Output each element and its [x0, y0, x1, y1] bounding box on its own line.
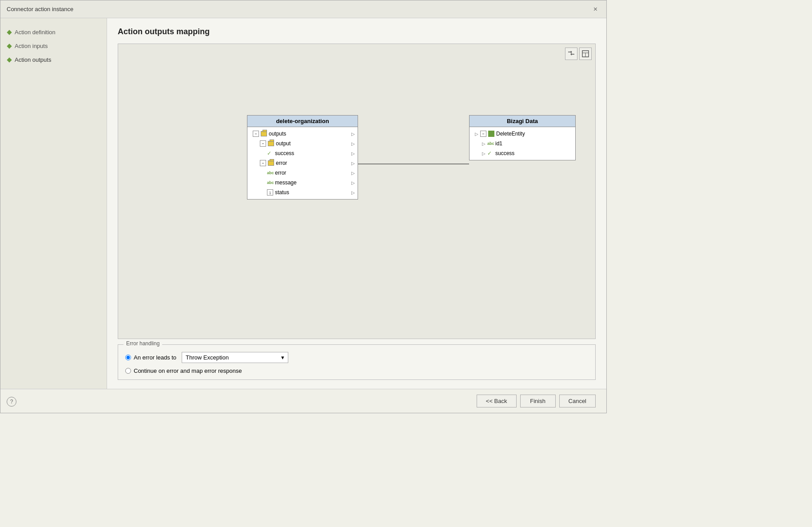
finish-button[interactable]: Finish: [520, 395, 556, 407]
check-icon: ✓: [487, 150, 494, 156]
row-label: output: [276, 140, 291, 147]
suitcase-icon: [268, 141, 274, 146]
abc-icon: abc: [487, 141, 494, 146]
table-row: 1 status ▷: [247, 188, 358, 197]
left-table-body: − outputs ▷ − output ▷: [247, 127, 358, 199]
right-table: Bizagi Data ▷ − DeleteEntity ▷: [469, 115, 576, 160]
error-option-1[interactable]: An error leads to: [125, 354, 176, 361]
suitcase-icon: [261, 131, 267, 136]
sidebar-diamond-icon: [7, 57, 12, 62]
sidebar: Action definition Action inputs Action o…: [0, 18, 107, 389]
row-label: id1: [495, 140, 502, 147]
table-row: ▷ − DeleteEntity: [470, 129, 575, 139]
page-title: Action outputs mapping: [118, 27, 596, 36]
sidebar-item-action-outputs[interactable]: Action outputs: [5, 55, 102, 65]
row-label: outputs: [269, 131, 286, 137]
arrow-icon: ▷: [351, 190, 355, 195]
table-row: − output ▷: [247, 139, 358, 148]
sidebar-item-label: Action outputs: [15, 56, 51, 63]
table-row: − error ▷: [247, 158, 358, 168]
expand-icon[interactable]: −: [260, 160, 266, 166]
expand-icon[interactable]: −: [253, 131, 259, 137]
main-area: Action definition Action inputs Action o…: [0, 18, 606, 389]
error-row-2: Continue on error and map error response: [125, 367, 588, 374]
error-handling-legend: Error handling: [123, 340, 162, 347]
cancel-button[interactable]: Cancel: [559, 395, 596, 407]
sidebar-item-label: Action inputs: [15, 43, 48, 49]
arrow-icon: ▷: [351, 151, 355, 156]
footer: << Back Finish Cancel: [0, 389, 606, 413]
row-label: status: [275, 189, 289, 196]
table-row: − outputs ▷: [247, 129, 358, 139]
table-row: abc error ▷: [247, 168, 358, 178]
error-handling-body: An error leads to Throw Exception ▾ Cont…: [125, 350, 588, 374]
table-row: abc message ▷: [247, 178, 358, 188]
error-radio-2[interactable]: [125, 368, 131, 374]
arrow-icon: ▷: [351, 180, 355, 185]
sidebar-item-label: Action definition: [15, 29, 56, 36]
arrow-icon: ▷: [351, 141, 355, 146]
mapping-canvas: delete-organization − outputs ▷: [118, 44, 595, 339]
title-bar: Connector action instance ×: [0, 0, 606, 18]
sidebar-diamond-icon: [7, 30, 12, 35]
right-table-header: Bizagi Data: [470, 116, 575, 127]
dialog-title: Connector action instance: [7, 6, 73, 12]
suitcase-icon: [268, 160, 274, 166]
throw-exception-dropdown[interactable]: Throw Exception ▾: [182, 352, 288, 363]
expand-icon[interactable]: −: [260, 140, 266, 147]
sidebar-diamond-icon: [7, 44, 12, 48]
row-label: error: [276, 160, 287, 166]
mapping-container: delete-organization − outputs ▷: [118, 44, 596, 339]
error-option-2[interactable]: Continue on error and map error response: [125, 367, 242, 374]
arrow-icon: ▷: [482, 141, 486, 146]
error-handling-section: Error handling An error leads to Throw E…: [118, 344, 596, 380]
check-icon: ✓: [267, 150, 273, 156]
dropdown-arrow-icon: ▾: [281, 354, 284, 361]
num-icon: 1: [267, 189, 273, 196]
error-option-1-label: An error leads to: [134, 354, 176, 361]
arrow-icon: ▷: [475, 132, 478, 136]
close-button[interactable]: ×: [591, 5, 600, 14]
arrow-icon: ▷: [351, 161, 355, 166]
dropdown-value: Throw Exception: [186, 354, 229, 361]
arrow-icon: ▷: [351, 132, 355, 136]
row-label: DeleteEntity: [496, 131, 525, 137]
row-label: message: [275, 180, 297, 186]
grid-icon: [488, 131, 494, 137]
error-option-2-label: Continue on error and map error response: [134, 367, 242, 374]
error-row-1: An error leads to Throw Exception ▾: [125, 352, 588, 363]
table-row: ▷ ✓ success: [470, 148, 575, 158]
back-button[interactable]: << Back: [477, 395, 517, 407]
right-table-body: ▷ − DeleteEntity ▷ abc id1: [470, 127, 575, 160]
left-table: delete-organization − outputs ▷: [247, 115, 358, 200]
arrow-icon: ▷: [351, 171, 355, 176]
table-row: ▷ abc id1: [470, 139, 575, 148]
left-table-header: delete-organization: [247, 116, 358, 127]
abc-icon: abc: [267, 171, 273, 175]
sidebar-item-action-definition[interactable]: Action definition: [5, 27, 102, 37]
error-radio-1[interactable]: [125, 355, 131, 360]
row-label: success: [275, 150, 294, 156]
table-row: ✓ success ▷: [247, 148, 358, 158]
expand-icon[interactable]: −: [480, 131, 486, 137]
row-label: error: [275, 170, 286, 176]
sidebar-item-action-inputs[interactable]: Action inputs: [5, 41, 102, 51]
arrow-icon: ▷: [482, 151, 486, 156]
abc-icon: abc: [267, 180, 273, 185]
content-area: Action outputs mapping: [107, 18, 606, 389]
help-button[interactable]: ?: [7, 397, 16, 407]
row-label: success: [495, 150, 514, 156]
dialog: Connector action instance × Action defin…: [0, 0, 607, 413]
